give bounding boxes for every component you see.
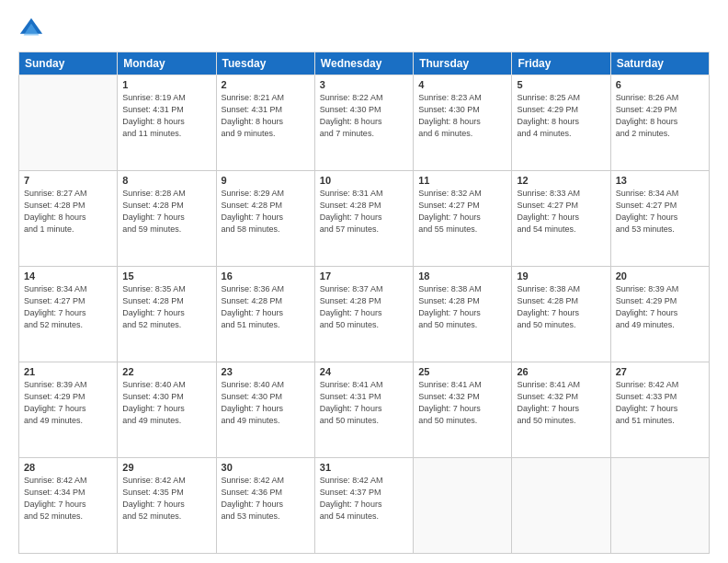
calendar-cell <box>414 458 512 554</box>
calendar-cell: 12Sunrise: 8:33 AM Sunset: 4:27 PM Dayli… <box>512 171 610 267</box>
calendar-header: SundayMondayTuesdayWednesdayThursdayFrid… <box>19 52 710 75</box>
day-info: Sunrise: 8:28 AM Sunset: 4:28 PM Dayligh… <box>122 188 210 236</box>
day-number: 31 <box>320 462 408 473</box>
day-number: 14 <box>24 270 112 282</box>
calendar-cell: 11Sunrise: 8:32 AM Sunset: 4:27 PM Dayli… <box>414 171 512 267</box>
day-info: Sunrise: 8:34 AM Sunset: 4:27 PM Dayligh… <box>616 188 704 236</box>
day-number: 26 <box>517 366 605 377</box>
calendar-cell: 26Sunrise: 8:41 AM Sunset: 4:32 PM Dayli… <box>512 362 610 458</box>
day-info: Sunrise: 8:42 AM Sunset: 4:37 PM Dayligh… <box>320 475 408 523</box>
day-info: Sunrise: 8:41 AM Sunset: 4:32 PM Dayligh… <box>517 379 605 427</box>
calendar-cell: 24Sunrise: 8:41 AM Sunset: 4:31 PM Dayli… <box>314 362 413 458</box>
day-info: Sunrise: 8:23 AM Sunset: 4:30 PM Dayligh… <box>418 92 506 140</box>
weekday-header-thursday: Thursday <box>414 52 512 75</box>
weekday-header-friday: Friday <box>512 52 610 75</box>
day-info: Sunrise: 8:26 AM Sunset: 4:29 PM Dayligh… <box>616 92 704 140</box>
day-info: Sunrise: 8:29 AM Sunset: 4:28 PM Dayligh… <box>222 188 310 236</box>
day-info: Sunrise: 8:35 AM Sunset: 4:28 PM Dayligh… <box>122 283 210 331</box>
calendar-body: 1Sunrise: 8:19 AM Sunset: 4:31 PM Daylig… <box>19 75 710 554</box>
calendar-week-row: 1Sunrise: 8:19 AM Sunset: 4:31 PM Daylig… <box>19 75 710 171</box>
day-number: 1 <box>122 79 210 90</box>
calendar-cell: 28Sunrise: 8:42 AM Sunset: 4:34 PM Dayli… <box>19 458 118 554</box>
calendar-cell: 7Sunrise: 8:27 AM Sunset: 4:28 PM Daylig… <box>19 171 118 267</box>
day-info: Sunrise: 8:19 AM Sunset: 4:31 PM Dayligh… <box>122 92 210 140</box>
day-number: 23 <box>222 366 310 377</box>
day-info: Sunrise: 8:31 AM Sunset: 4:28 PM Dayligh… <box>320 188 408 236</box>
calendar-cell: 25Sunrise: 8:41 AM Sunset: 4:32 PM Dayli… <box>414 362 512 458</box>
calendar-cell: 5Sunrise: 8:25 AM Sunset: 4:29 PM Daylig… <box>512 75 610 171</box>
day-info: Sunrise: 8:39 AM Sunset: 4:29 PM Dayligh… <box>24 379 112 427</box>
day-info: Sunrise: 8:40 AM Sunset: 4:30 PM Dayligh… <box>222 379 310 427</box>
calendar-cell: 27Sunrise: 8:42 AM Sunset: 4:33 PM Dayli… <box>610 362 709 458</box>
logo-icon <box>18 17 44 42</box>
calendar-cell: 30Sunrise: 8:42 AM Sunset: 4:36 PM Dayli… <box>216 458 314 554</box>
weekday-header-wednesday: Wednesday <box>314 52 413 75</box>
day-number: 20 <box>616 270 704 282</box>
day-number: 19 <box>517 270 605 282</box>
header <box>18 17 710 42</box>
weekday-header-tuesday: Tuesday <box>216 52 314 75</box>
calendar-week-row: 21Sunrise: 8:39 AM Sunset: 4:29 PM Dayli… <box>19 362 710 458</box>
day-info: Sunrise: 8:27 AM Sunset: 4:28 PM Dayligh… <box>24 188 112 236</box>
day-number: 6 <box>616 79 704 90</box>
day-info: Sunrise: 8:42 AM Sunset: 4:35 PM Dayligh… <box>122 475 210 523</box>
day-number: 18 <box>418 270 506 282</box>
weekday-header-sunday: Sunday <box>19 52 118 75</box>
day-number: 30 <box>222 462 310 473</box>
calendar-cell: 19Sunrise: 8:38 AM Sunset: 4:28 PM Dayli… <box>512 267 610 362</box>
day-number: 29 <box>122 462 210 473</box>
calendar-week-row: 7Sunrise: 8:27 AM Sunset: 4:28 PM Daylig… <box>19 171 710 267</box>
calendar-cell: 17Sunrise: 8:37 AM Sunset: 4:28 PM Dayli… <box>314 267 413 362</box>
day-number: 27 <box>616 366 704 377</box>
calendar-cell: 13Sunrise: 8:34 AM Sunset: 4:27 PM Dayli… <box>610 171 709 267</box>
calendar-table: SundayMondayTuesdayWednesdayThursdayFrid… <box>18 52 710 554</box>
day-info: Sunrise: 8:42 AM Sunset: 4:34 PM Dayligh… <box>24 475 112 523</box>
calendar-cell: 31Sunrise: 8:42 AM Sunset: 4:37 PM Dayli… <box>314 458 413 554</box>
day-info: Sunrise: 8:41 AM Sunset: 4:31 PM Dayligh… <box>320 379 408 427</box>
calendar-cell: 22Sunrise: 8:40 AM Sunset: 4:30 PM Dayli… <box>118 362 216 458</box>
day-number: 12 <box>517 175 605 186</box>
weekday-header-saturday: Saturday <box>610 52 709 75</box>
day-number: 4 <box>418 79 506 90</box>
day-number: 11 <box>418 175 506 186</box>
day-info: Sunrise: 8:38 AM Sunset: 4:28 PM Dayligh… <box>517 283 605 331</box>
calendar-cell <box>19 75 118 171</box>
day-number: 3 <box>320 79 408 90</box>
calendar-cell: 8Sunrise: 8:28 AM Sunset: 4:28 PM Daylig… <box>118 171 216 267</box>
day-info: Sunrise: 8:37 AM Sunset: 4:28 PM Dayligh… <box>320 283 408 331</box>
calendar-cell <box>512 458 610 554</box>
day-number: 28 <box>24 462 112 473</box>
calendar-cell: 3Sunrise: 8:22 AM Sunset: 4:30 PM Daylig… <box>314 75 413 171</box>
day-info: Sunrise: 8:41 AM Sunset: 4:32 PM Dayligh… <box>418 379 506 427</box>
day-info: Sunrise: 8:40 AM Sunset: 4:30 PM Dayligh… <box>122 379 210 427</box>
day-info: Sunrise: 8:36 AM Sunset: 4:28 PM Dayligh… <box>222 283 310 331</box>
day-info: Sunrise: 8:34 AM Sunset: 4:27 PM Dayligh… <box>24 283 112 331</box>
calendar-cell: 16Sunrise: 8:36 AM Sunset: 4:28 PM Dayli… <box>216 267 314 362</box>
calendar-cell: 15Sunrise: 8:35 AM Sunset: 4:28 PM Dayli… <box>118 267 216 362</box>
day-info: Sunrise: 8:39 AM Sunset: 4:29 PM Dayligh… <box>616 283 704 331</box>
calendar-cell: 6Sunrise: 8:26 AM Sunset: 4:29 PM Daylig… <box>610 75 709 171</box>
day-number: 7 <box>24 175 112 186</box>
day-info: Sunrise: 8:33 AM Sunset: 4:27 PM Dayligh… <box>517 188 605 236</box>
calendar-cell: 9Sunrise: 8:29 AM Sunset: 4:28 PM Daylig… <box>216 171 314 267</box>
day-number: 24 <box>320 366 408 377</box>
calendar-cell: 4Sunrise: 8:23 AM Sunset: 4:30 PM Daylig… <box>414 75 512 171</box>
calendar-week-row: 14Sunrise: 8:34 AM Sunset: 4:27 PM Dayli… <box>19 267 710 362</box>
day-number: 16 <box>222 270 310 282</box>
calendar-cell: 23Sunrise: 8:40 AM Sunset: 4:30 PM Dayli… <box>216 362 314 458</box>
calendar-cell <box>610 458 709 554</box>
day-number: 21 <box>24 366 112 377</box>
day-number: 2 <box>222 79 310 90</box>
day-number: 17 <box>320 270 408 282</box>
day-info: Sunrise: 8:21 AM Sunset: 4:31 PM Dayligh… <box>222 92 310 140</box>
calendar-cell: 2Sunrise: 8:21 AM Sunset: 4:31 PM Daylig… <box>216 75 314 171</box>
calendar-cell: 29Sunrise: 8:42 AM Sunset: 4:35 PM Dayli… <box>118 458 216 554</box>
calendar-cell: 18Sunrise: 8:38 AM Sunset: 4:28 PM Dayli… <box>414 267 512 362</box>
day-info: Sunrise: 8:42 AM Sunset: 4:33 PM Dayligh… <box>616 379 704 427</box>
day-number: 22 <box>122 366 210 377</box>
day-number: 13 <box>616 175 704 186</box>
calendar-cell: 10Sunrise: 8:31 AM Sunset: 4:28 PM Dayli… <box>314 171 413 267</box>
calendar-cell: 1Sunrise: 8:19 AM Sunset: 4:31 PM Daylig… <box>118 75 216 171</box>
calendar-cell: 20Sunrise: 8:39 AM Sunset: 4:29 PM Dayli… <box>610 267 709 362</box>
weekday-header-monday: Monday <box>118 52 216 75</box>
